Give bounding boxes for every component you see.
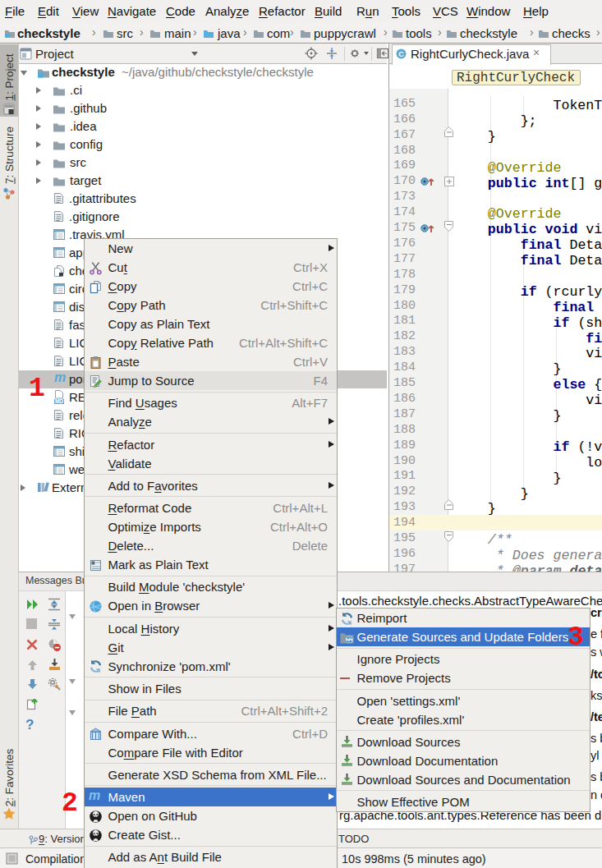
svg-text:MD: MD — [55, 398, 63, 404]
